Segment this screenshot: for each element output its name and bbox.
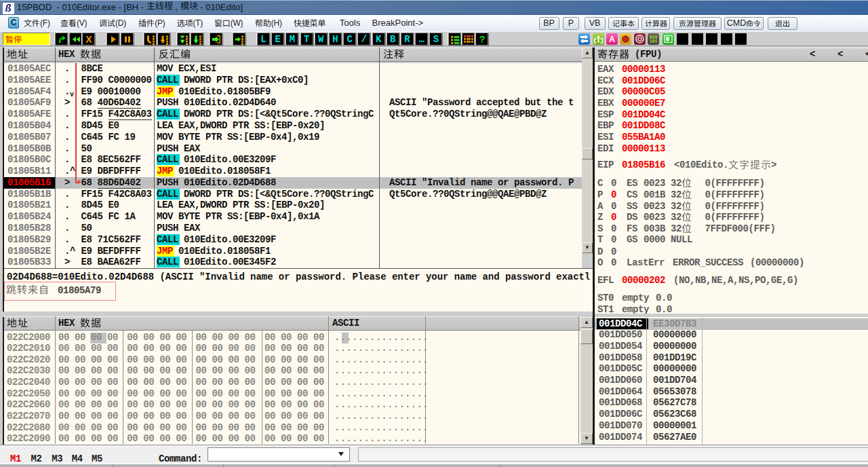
- svg-text:X: X: [85, 34, 92, 45]
- svg-text:101: 101: [650, 39, 658, 44]
- svg-text:A: A: [609, 35, 615, 44]
- svg-text:?: ?: [479, 34, 486, 45]
